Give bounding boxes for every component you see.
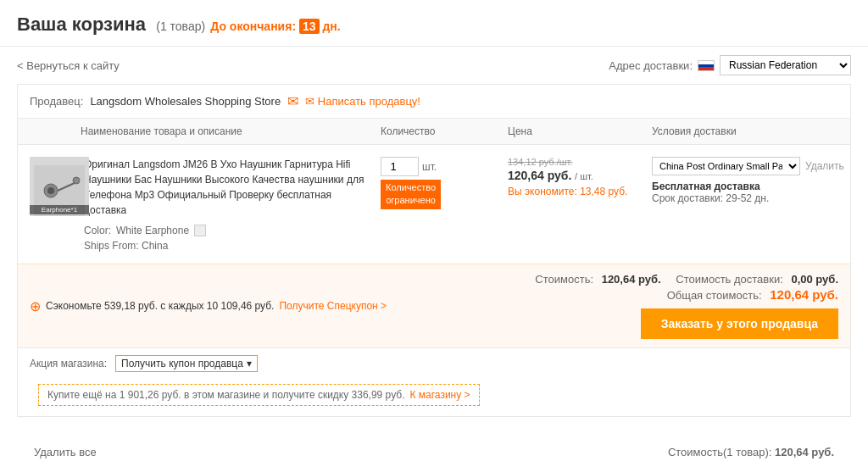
price-old: 134,12 руб./шт.: [508, 157, 643, 167]
page-title: Ваша корзина (1 товар) До окончания: 13 …: [17, 14, 341, 35]
shipping-block: China Post Ordinary Small Packet Удалить…: [652, 157, 838, 204]
table-header: Наименование товара и описание Количеств…: [18, 119, 850, 145]
product-image: Earphone*1: [30, 157, 72, 216]
svg-point-2: [47, 187, 54, 194]
qty-unit: шт.: [422, 161, 437, 173]
item-count: (1 товар): [156, 19, 205, 33]
seller-label: Продавец:: [30, 95, 83, 108]
write-seller-link[interactable]: ✉ Написать продавцу!: [305, 95, 420, 108]
country-select[interactable]: Russian Federation: [720, 55, 851, 75]
timer: До окончания: 13 дн.: [210, 19, 340, 34]
title-text: Ваша корзина: [17, 14, 146, 35]
nav-bar: Вернуться к сайту Адрес доставки: Russia…: [0, 47, 868, 84]
col-product: Наименование товара и описание: [81, 125, 372, 137]
timer-value: 13: [299, 19, 320, 34]
product-color: Color: White Earphone: [84, 225, 372, 236]
qty-input-row: шт.: [381, 157, 437, 176]
coupon-btn-label: Получить купон продавца: [121, 358, 243, 369]
price-save-value: 13,48 руб.: [580, 186, 627, 197]
timer-prefix: До окончания:: [210, 19, 296, 33]
inline-shipping-value: 0,00 руб.: [791, 273, 838, 286]
product-title: Оригинал Langsdom JM26 В Ухо Наушник Гар…: [84, 157, 372, 218]
delivery-address: Адрес доставки: Russian Federation: [609, 55, 851, 75]
qty-limited-line2: ограничено: [386, 194, 436, 207]
savings-row: ⊕ Сэкономьте 539,18 руб. с каждых 10 109…: [18, 264, 850, 347]
col-price: Цена: [508, 125, 643, 137]
coupon-chevron-icon: ▾: [247, 358, 252, 369]
russia-flag: [698, 60, 715, 71]
footer-bar: Удалить все < Вернуться к сайту Стоимост…: [17, 434, 851, 461]
inline-cost-value: 120,64 руб.: [602, 273, 661, 286]
discount-info: Купите ещё на 1 901,26 руб. в этом магаз…: [38, 384, 480, 406]
qty-limited-line1: Количество: [386, 181, 436, 194]
col-empty: [30, 125, 72, 137]
ships-label: Ships From:: [84, 240, 139, 252]
color-value: White Earphone: [116, 225, 189, 236]
inline-total: Общая стоимость: 120,64 руб.: [667, 287, 838, 302]
col-quantity: Количество: [381, 125, 499, 137]
right-panel: Стоимость(1 товар): 120,64 руб. Стоимост…: [542, 446, 834, 461]
svg-point-4: [73, 177, 80, 184]
ships-value: China: [142, 240, 168, 252]
price-main-row: 120,64 руб. / шт.: [508, 169, 643, 182]
discount-text: Купите ещё на 1 901,26 руб. в этом магаз…: [47, 389, 404, 401]
delete-link[interactable]: Удалить: [805, 160, 844, 172]
quantity-block: шт. Количество ограничено: [381, 157, 499, 209]
coupon-label: Акция магазина:: [30, 358, 107, 369]
back-link-top[interactable]: Вернуться к сайту: [17, 59, 120, 72]
shipping-method-select[interactable]: China Post Ordinary Small Packet: [652, 157, 800, 175]
footer-left: Удалить все < Вернуться к сайту: [34, 446, 146, 461]
color-swatch: [194, 225, 206, 236]
product-ships: Ships From: China: [84, 240, 372, 252]
price-per: / шт.: [575, 171, 593, 181]
price-save-label: Вы экономите:: [508, 186, 577, 197]
product-row: Earphone*1 Оригинал Langsdom JM26 В Ухо …: [18, 145, 850, 264]
delivery-label: Адрес доставки:: [609, 59, 693, 72]
seller-name: Langsdom Wholesales Shopping Store: [90, 95, 281, 108]
product-img-label: Earphone*1: [30, 205, 89, 214]
right-summary: Стоимость(1 товар): 120,64 руб. Стоимост…: [542, 446, 834, 461]
qty-limited-badge: Количество ограничено: [381, 180, 441, 209]
product-info: Оригинал Langsdom JM26 В Ухо Наушник Гар…: [81, 157, 372, 252]
main-content: Продавец: Langsdom Wholesales Shopping S…: [0, 84, 868, 461]
delete-all-link[interactable]: Удалить все: [34, 446, 97, 458]
col-shipping: Условия доставки: [652, 125, 838, 137]
price-main: 120,64 руб.: [508, 169, 571, 182]
timer-suffix: дн.: [322, 19, 340, 33]
inline-total-label: Общая стоимость:: [667, 289, 762, 302]
footer-cost-value: 120,64 руб.: [775, 446, 834, 458]
shop-link[interactable]: К магазину >: [409, 389, 470, 401]
delivery-time: Срок доставки: 29-52 дн.: [652, 192, 838, 204]
price-save: Вы экономите: 13,48 руб.: [508, 186, 643, 197]
coupon-select[interactable]: Получить купон продавца ▾: [115, 355, 258, 372]
mail-icon: ✉: [287, 93, 298, 109]
quantity-input[interactable]: [381, 157, 419, 176]
inline-cost: Стоимость: 120,64 руб. Стоимость доставк…: [535, 273, 838, 286]
summary-cost-line: Стоимость(1 товар): 120,64 руб.: [542, 446, 834, 458]
inline-shipping-label: Стоимость доставки:: [676, 273, 783, 286]
special-coupon-link[interactable]: Получите Спецкупон >: [279, 300, 387, 312]
inline-cost-label: Стоимость:: [535, 273, 593, 286]
discount-row: Купите ещё на 1 901,26 руб. в этом магаз…: [18, 379, 850, 416]
inline-total-value: 120,64 руб.: [770, 287, 838, 302]
seller-header: Продавец: Langsdom Wholesales Shopping S…: [18, 85, 850, 119]
seller-block: Продавец: Langsdom Wholesales Shopping S…: [17, 84, 851, 417]
price-block: 134,12 руб./шт. 120,64 руб. / шт. Вы эко…: [508, 157, 643, 197]
savings-icon: ⊕: [30, 298, 41, 314]
savings-text: Сэкономьте 539,18 руб. с каждых 10 109,4…: [46, 300, 274, 312]
product-img-box: Earphone*1: [30, 157, 89, 216]
footer-cost-label: Стоимость(1 товар):: [668, 446, 771, 458]
free-shipping-label: Бесплатная доставка: [652, 181, 838, 192]
color-label: Color:: [84, 225, 111, 236]
shipping-select-row: China Post Ordinary Small Packet Удалить: [652, 157, 838, 175]
order-button[interactable]: Заказать у этого продавца: [641, 308, 838, 339]
coupon-row: Акция магазина: Получить купон продавца …: [18, 347, 850, 379]
